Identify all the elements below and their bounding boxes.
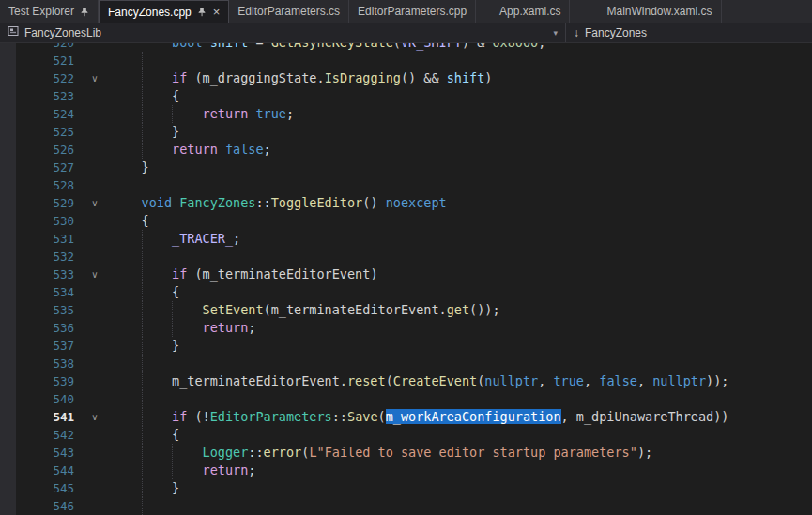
code-editor[interactable]: 520 bool shift = GetAsyncKeyState(VK_SHI… xyxy=(0,43,812,515)
breakpoint-margin[interactable] xyxy=(0,408,16,426)
code-text[interactable]: if (m_terminateEditorEvent) xyxy=(107,265,812,283)
code-text[interactable]: bool shift = GetAsyncKeyState(VK_SHIFT) … xyxy=(107,43,812,52)
line-number[interactable]: 524 xyxy=(16,105,83,123)
breakpoint-margin[interactable] xyxy=(0,372,16,390)
line-number[interactable]: 536 xyxy=(16,319,83,337)
line-number[interactable]: 543 xyxy=(16,444,83,462)
line-number[interactable]: 531 xyxy=(16,230,83,248)
code-line-537[interactable]: 537 } xyxy=(0,337,812,355)
pin-icon[interactable] xyxy=(197,7,207,17)
code-text[interactable]: if (!EditorParameters::Save(m_workAreaCo… xyxy=(107,408,812,426)
line-number[interactable]: 535 xyxy=(16,301,83,319)
code-line-543[interactable]: 543 Logger::error(L"Failed to save edito… xyxy=(0,444,812,462)
line-number[interactable]: 540 xyxy=(16,390,83,408)
code-line-542[interactable]: 542 { xyxy=(0,426,812,444)
line-number[interactable]: 539 xyxy=(16,372,83,390)
close-icon[interactable]: × xyxy=(213,6,221,18)
code-text[interactable]: return true; xyxy=(107,105,812,123)
code-line-540[interactable]: 540 xyxy=(0,390,812,408)
breakpoint-margin[interactable] xyxy=(0,462,16,479)
tab-test-explorer[interactable]: Test Explorer xyxy=(0,0,99,23)
breakpoint-margin[interactable] xyxy=(0,283,16,301)
code-text[interactable]: { xyxy=(107,212,812,230)
line-number[interactable]: 526 xyxy=(16,141,83,159)
tab-app-xaml-cs[interactable]: App.xaml.cs xyxy=(491,0,570,23)
tab-editorparameters-cpp[interactable]: EditorParameters.cpp xyxy=(349,0,476,23)
code-text[interactable]: } xyxy=(107,479,812,497)
breakpoint-margin[interactable] xyxy=(0,248,16,265)
fold-chevron-icon[interactable]: ∨ xyxy=(91,269,98,280)
line-number[interactable]: 545 xyxy=(16,479,83,497)
code-text[interactable]: m_terminateEditorEvent.reset(CreateEvent… xyxy=(107,372,812,390)
line-number[interactable]: 532 xyxy=(16,248,83,265)
code-line-527[interactable]: 527 } xyxy=(0,159,812,176)
code-line-528[interactable]: 528 xyxy=(0,176,812,194)
code-line-538[interactable]: 538 xyxy=(0,355,812,372)
breakpoint-margin[interactable] xyxy=(0,141,16,159)
code-line-545[interactable]: 545 } xyxy=(0,479,812,497)
code-line-541[interactable]: 541∨ if (!EditorParameters::Save(m_workA… xyxy=(0,408,812,426)
breakpoint-margin[interactable] xyxy=(0,319,16,337)
code-line-522[interactable]: 522∨ if (m_draggingState.IsDragging() &&… xyxy=(0,69,812,87)
code-text[interactable]: { xyxy=(107,283,812,301)
code-text[interactable] xyxy=(107,390,812,408)
chevron-down-icon[interactable]: ▾ xyxy=(553,28,558,38)
line-number[interactable]: 520 xyxy=(16,43,83,52)
code-text[interactable]: Logger::error(L"Failed to save editor st… xyxy=(107,444,812,462)
code-line-521[interactable]: 521 xyxy=(0,52,812,69)
code-text[interactable]: return; xyxy=(107,462,812,479)
code-text[interactable]: SetEvent(m_terminateEditorEvent.get()); xyxy=(107,301,812,319)
fold-chevron-icon[interactable]: ∨ xyxy=(91,73,98,83)
breakpoint-margin[interactable] xyxy=(0,479,16,497)
breakpoint-margin[interactable] xyxy=(0,355,16,372)
breakpoint-margin[interactable] xyxy=(0,444,16,462)
code-line-536[interactable]: 536 return; xyxy=(0,319,812,337)
breakpoint-margin[interactable] xyxy=(0,194,16,212)
code-line-546[interactable]: 546 xyxy=(0,497,812,515)
breakpoint-margin[interactable] xyxy=(0,390,16,408)
code-text[interactable]: _TRACER_; xyxy=(107,230,812,248)
project-selector[interactable]: FancyZonesLib ▾ xyxy=(0,23,565,42)
breakpoint-margin[interactable] xyxy=(0,159,16,176)
code-text[interactable] xyxy=(107,248,812,265)
code-line-523[interactable]: 523 { xyxy=(0,87,812,105)
fold-chevron-icon[interactable]: ∨ xyxy=(91,412,98,422)
tab-mainwindow-xaml-cs[interactable]: MainWindow.xaml.cs xyxy=(598,0,721,23)
code-text[interactable] xyxy=(107,497,812,515)
line-number[interactable]: 533 xyxy=(16,265,83,283)
tab-editorparameters-cs[interactable]: EditorParameters.cs xyxy=(229,0,349,23)
breakpoint-margin[interactable] xyxy=(0,43,16,52)
breakpoint-margin[interactable] xyxy=(0,123,16,141)
pin-icon[interactable] xyxy=(80,7,89,17)
line-number[interactable]: 527 xyxy=(16,159,83,176)
breakpoint-margin[interactable] xyxy=(0,301,16,319)
breakpoint-margin[interactable] xyxy=(0,426,16,444)
code-line-533[interactable]: 533∨ if (m_terminateEditorEvent) xyxy=(0,265,812,283)
line-number[interactable]: 541 xyxy=(16,408,83,426)
code-line-520[interactable]: 520 bool shift = GetAsyncKeyState(VK_SHI… xyxy=(0,43,812,52)
code-text[interactable] xyxy=(107,176,812,194)
code-text[interactable] xyxy=(107,52,812,69)
code-text[interactable]: } xyxy=(107,337,812,355)
code-line-539[interactable]: 539 m_terminateEditorEvent.reset(CreateE… xyxy=(0,372,812,390)
breakpoint-margin[interactable] xyxy=(0,176,16,194)
breakpoint-margin[interactable] xyxy=(0,230,16,248)
breakpoint-margin[interactable] xyxy=(0,105,16,123)
breakpoint-margin[interactable] xyxy=(0,52,16,69)
code-line-534[interactable]: 534 { xyxy=(0,283,812,301)
code-line-532[interactable]: 532 xyxy=(0,248,812,265)
breakpoint-margin[interactable] xyxy=(0,69,16,87)
breakpoint-margin[interactable] xyxy=(0,337,16,355)
line-number[interactable]: 525 xyxy=(16,123,83,141)
line-number[interactable]: 538 xyxy=(16,355,83,372)
code-line-535[interactable]: 535 SetEvent(m_terminateEditorEvent.get(… xyxy=(0,301,812,319)
scope-selector[interactable]: ↓ FancyZones xyxy=(566,23,812,42)
line-number[interactable]: 530 xyxy=(16,212,83,230)
code-line-544[interactable]: 544 return; xyxy=(0,462,812,479)
code-line-531[interactable]: 531 _TRACER_; xyxy=(0,230,812,248)
code-text[interactable]: void FancyZones::ToggleEditor() noexcept xyxy=(107,194,812,212)
breakpoint-margin[interactable] xyxy=(0,497,16,515)
line-number[interactable]: 546 xyxy=(16,497,83,515)
code-text[interactable]: return false; xyxy=(107,141,812,159)
code-text[interactable]: { xyxy=(107,426,812,444)
